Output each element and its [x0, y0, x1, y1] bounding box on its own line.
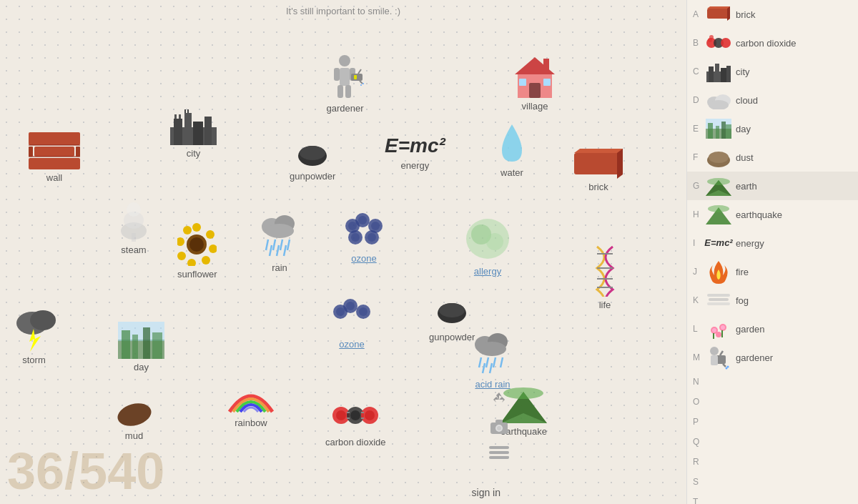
svg-rect-125 [489, 446, 509, 449]
svg-line-24 [360, 81, 363, 84]
sidebar-item-o: O [687, 392, 858, 412]
svg-line-61 [277, 245, 279, 256]
sign-in-button[interactable]: sign in [472, 487, 500, 498]
svg-line-59 [287, 239, 290, 250]
sidebar-letter-t: T [693, 497, 706, 504]
item-brick[interactable]: brick [574, 149, 623, 192]
sidebar-letter-m: M [693, 352, 706, 362]
item-energy[interactable]: E=mc² energy [385, 134, 445, 171]
sidebar-item-k[interactable]: K fog [687, 286, 858, 315]
svg-point-93 [346, 302, 355, 310]
svg-rect-14 [184, 109, 186, 113]
sidebar-letter-e: E [693, 124, 706, 134]
water-label: water [500, 167, 523, 178]
ozone-top-label[interactable]: ozone [351, 253, 376, 264]
svg-rect-149 [726, 124, 731, 139]
svg-point-35 [300, 146, 325, 160]
sidebar-item-m[interactable]: M gardener [687, 343, 858, 372]
sidebar-item-d[interactable]: D cloud [687, 86, 858, 114]
svg-rect-1 [34, 147, 74, 157]
item-steam[interactable]: steam [116, 199, 152, 255]
svg-point-100 [478, 342, 506, 356]
svg-point-25 [360, 84, 362, 86]
svg-rect-146 [708, 123, 713, 139]
item-ozone-top[interactable]: ozone [340, 213, 388, 264]
sidebar-item-p: P [687, 412, 858, 432]
item-mud[interactable]: mud [114, 399, 154, 441]
sidebar-item-b[interactable]: B carbon dioxide [687, 29, 858, 57]
svg-point-109 [503, 387, 543, 399]
svg-rect-3 [76, 147, 80, 157]
life-label: life [599, 300, 611, 310]
item-day[interactable]: day [118, 322, 164, 372]
rain-icon [257, 211, 302, 260]
item-gardener[interactable]: gardener [325, 54, 365, 114]
item-village[interactable]: village [509, 51, 561, 112]
item-sunflower[interactable]: sunflower [177, 222, 217, 280]
item-city[interactable]: city [170, 106, 217, 159]
svg-line-102 [486, 357, 488, 367]
svg-rect-8 [174, 119, 182, 145]
steam-icon [116, 199, 152, 242]
sidebar-item-f[interactable]: F dust [687, 143, 858, 172]
sidebar-item-l[interactable]: L garden [687, 315, 858, 343]
sidebar-item-c[interactable]: C city [687, 57, 858, 86]
camera-icon[interactable] [489, 417, 509, 437]
svg-rect-18 [334, 68, 340, 81]
sidebar-letter-l: L [693, 324, 706, 334]
sidebar-letter-j: J [693, 267, 706, 277]
svg-rect-12 [174, 114, 177, 119]
ozone-bot-label[interactable]: ozone [339, 339, 364, 350]
svg-rect-36 [574, 153, 623, 174]
item-rainbow[interactable]: rainbow [225, 377, 277, 428]
svg-point-50 [183, 226, 192, 234]
svg-point-113 [350, 410, 360, 420]
item-acid-rain[interactable]: acid rain [470, 332, 515, 390]
svg-marker-38 [617, 149, 623, 179]
item-carbon-dioxide[interactable]: carbon dioxide [325, 397, 386, 448]
svg-point-82 [30, 310, 56, 330]
item-ozone-bot[interactable]: ozone [327, 299, 376, 350]
item-allergy[interactable]: allergy [463, 214, 512, 277]
item-gunpowder-top[interactable]: gunpowder [290, 143, 335, 182]
item-gunpowder-bot[interactable]: gunpowder [429, 299, 475, 342]
sidebar-label-l: garden [736, 324, 764, 335]
recycle-icon[interactable] [489, 390, 509, 410]
svg-rect-15 [187, 109, 189, 113]
svg-rect-10 [193, 122, 203, 145]
svg-rect-124 [495, 420, 503, 423]
sidebar-item-g[interactable]: G earth [687, 172, 858, 200]
sidebar: A brick B carbon dioxide C [686, 0, 858, 504]
svg-point-45 [209, 244, 217, 253]
sidebar-letter-h: H [693, 209, 706, 219]
sidebar-item-e[interactable]: E day [687, 114, 858, 143]
svg-point-172 [710, 347, 719, 355]
sidebar-label-d: cloud [736, 95, 758, 106]
item-life[interactable]: life [586, 243, 623, 310]
sidebar-brick-icon [706, 1, 731, 27]
svg-point-47 [187, 259, 196, 266]
carbon-dioxide-icon [331, 397, 380, 434]
item-storm[interactable]: storm [11, 307, 57, 365]
item-rain[interactable]: rain [257, 211, 302, 273]
menu-icon[interactable] [489, 444, 509, 461]
sidebar-letter-o: O [693, 397, 706, 407]
svg-point-46 [202, 256, 210, 265]
sidebar-city-icon [706, 59, 731, 84]
svg-line-169 [723, 364, 726, 367]
sidebar-item-i[interactable]: I E=mc² energy [687, 229, 858, 257]
svg-rect-20 [337, 85, 343, 98]
item-wall[interactable]: wall [29, 132, 80, 183]
svg-line-101 [479, 357, 481, 367]
svg-point-161 [712, 328, 716, 332]
item-water[interactable]: water [497, 123, 527, 178]
sidebar-letter-a: A [693, 9, 706, 19]
sidebar-item-j[interactable]: J fire [687, 257, 858, 286]
svg-rect-2 [29, 147, 33, 157]
rainbow-icon [225, 377, 277, 415]
sidebar-item-a[interactable]: A brick [687, 0, 858, 29]
allergy-label[interactable]: allergy [474, 266, 501, 277]
sidebar-item-h[interactable]: H earthquake [687, 200, 858, 229]
sidebar-letter-c: C [693, 66, 706, 76]
svg-marker-129 [707, 6, 730, 9]
